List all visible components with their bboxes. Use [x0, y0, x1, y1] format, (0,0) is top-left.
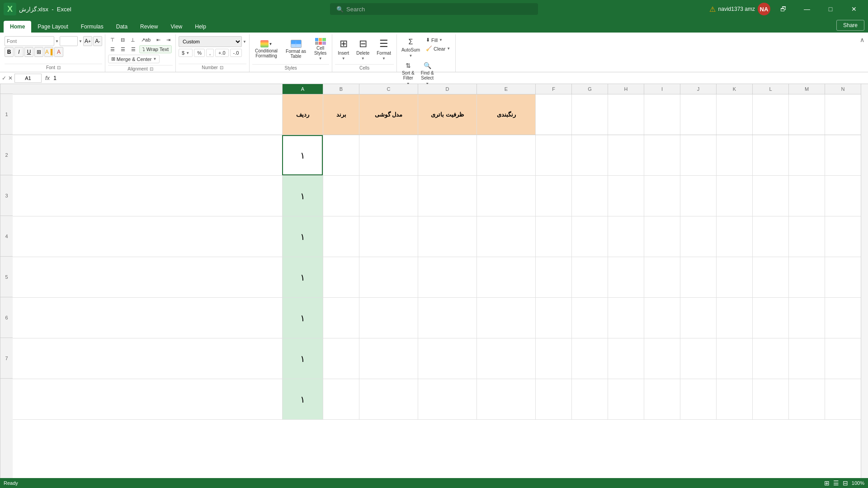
cell-B-1[interactable]: [323, 135, 359, 175]
cell-M-4[interactable]: [788, 257, 825, 297]
cell-G-6[interactable]: [571, 338, 608, 379]
normal-view-button[interactable]: ☰: [833, 479, 839, 487]
number-format-dropdown-icon[interactable]: ▼: [243, 40, 246, 44]
cell-M-7[interactable]: [788, 379, 825, 419]
cell-E-header[interactable]: رنگبندی: [476, 94, 535, 135]
cell-A-6[interactable]: ۱: [282, 338, 323, 379]
col-header-J[interactable]: J: [680, 84, 716, 94]
cell-B-5[interactable]: [323, 298, 359, 338]
check-icon[interactable]: ✓: [2, 75, 6, 81]
find-select-button[interactable]: 🔍 Find & Select ▼: [419, 61, 436, 87]
cell-G-4[interactable]: [571, 257, 608, 297]
share-button[interactable]: Share: [836, 20, 864, 31]
cell-E-6[interactable]: [476, 338, 535, 379]
cell-N-1[interactable]: [825, 135, 861, 175]
cell-K-7[interactable]: [716, 379, 752, 419]
delete-dropdown-icon[interactable]: ▼: [361, 56, 365, 61]
cell-J-2[interactable]: [680, 176, 716, 216]
tab-help[interactable]: Help: [189, 21, 212, 33]
cell-E-2[interactable]: [476, 176, 535, 216]
cell-I-7[interactable]: [644, 379, 680, 419]
col-header-A[interactable]: A: [282, 84, 323, 94]
cell-H-4[interactable]: [608, 257, 644, 297]
cell-L-1[interactable]: [752, 135, 788, 175]
cell-C-6[interactable]: [359, 338, 418, 379]
cell-E-7[interactable]: [476, 379, 535, 419]
align-center-button[interactable]: ☰: [118, 46, 127, 53]
cell-I-3[interactable]: [644, 216, 680, 257]
cell-F-7[interactable]: [535, 379, 571, 419]
cell-B-3[interactable]: [323, 216, 359, 257]
cell-K-1[interactable]: [716, 135, 752, 175]
increase-decimal-button[interactable]: +.0: [215, 49, 229, 57]
font-name-input[interactable]: [5, 36, 54, 46]
bold-button[interactable]: B: [5, 47, 14, 57]
fill-color-button[interactable]: A▐: [44, 47, 53, 57]
cell-K-3[interactable]: [716, 216, 752, 257]
cell-A-2[interactable]: ۱: [282, 176, 323, 216]
maximize-button[interactable]: □: [820, 0, 841, 18]
decrease-font-button[interactable]: A-: [93, 36, 102, 46]
ribbon-collapse-icon[interactable]: ∧: [860, 36, 864, 43]
cell-H-7[interactable]: [608, 379, 644, 419]
orientation-button[interactable]: ↗ab: [139, 36, 153, 44]
font-color-button[interactable]: A: [54, 47, 63, 57]
cell-N-7[interactable]: [825, 379, 861, 419]
minimize-button[interactable]: —: [797, 0, 817, 18]
page-layout-view-button[interactable]: ⊞: [824, 479, 830, 487]
format-dropdown-icon[interactable]: ▼: [382, 56, 386, 61]
cell-A-3[interactable]: ۱: [282, 216, 323, 257]
format-as-table-button[interactable]: Format as Table: [283, 36, 309, 62]
cell-K-6[interactable]: [716, 338, 752, 379]
autosum-dropdown-icon[interactable]: ▼: [409, 54, 413, 58]
insert-dropdown-icon[interactable]: ▼: [342, 56, 345, 61]
alignment-expand-icon[interactable]: ⊡: [150, 66, 153, 71]
cell-L-4[interactable]: [752, 257, 788, 297]
cell-I-1[interactable]: [644, 135, 680, 175]
cell-E-4[interactable]: [476, 257, 535, 297]
insert-button[interactable]: ⊞ Insert ▼: [335, 36, 352, 62]
cell-D-7[interactable]: [418, 379, 476, 419]
cell-M-3[interactable]: [788, 216, 825, 257]
format-button[interactable]: ☰ Format ▼: [374, 36, 394, 62]
align-right-button[interactable]: ☰: [129, 46, 138, 53]
col-header-M[interactable]: M: [788, 84, 825, 94]
sort-filter-button[interactable]: ⇅ Sort & Filter ▼: [400, 61, 417, 87]
cell-I-header[interactable]: [644, 94, 680, 135]
cell-J-4[interactable]: [680, 257, 716, 297]
cell-N-5[interactable]: [825, 298, 861, 338]
clear-button[interactable]: 🧹 Clear ▼: [424, 45, 453, 52]
cell-H-1[interactable]: [608, 135, 644, 175]
cell-D-2[interactable]: [418, 176, 476, 216]
decrease-decimal-button[interactable]: -.0: [230, 49, 242, 57]
col-header-E[interactable]: E: [476, 84, 535, 94]
conditional-formatting-button[interactable]: ▼ Conditional Formatting: [252, 36, 280, 62]
delete-button[interactable]: ⊟ Delete ▼: [354, 36, 372, 62]
cell-L-5[interactable]: [752, 298, 788, 338]
col-header-L[interactable]: L: [752, 84, 788, 94]
cell-E-3[interactable]: [476, 216, 535, 257]
currency-button[interactable]: $ ▼: [179, 49, 193, 57]
number-format-select[interactable]: Custom: [179, 36, 242, 47]
merge-center-button[interactable]: ⊞ Merge & Center ▼: [108, 55, 160, 63]
cell-C-2[interactable]: [359, 176, 418, 216]
cell-A-4[interactable]: ۱: [282, 257, 323, 297]
cell-B-2[interactable]: [323, 176, 359, 216]
cell-K-4[interactable]: [716, 257, 752, 297]
cell-I-4[interactable]: [644, 257, 680, 297]
tab-data[interactable]: Data: [110, 21, 134, 33]
col-header-I[interactable]: I: [644, 84, 680, 94]
cell-H-6[interactable]: [608, 338, 644, 379]
col-header-G[interactable]: G: [571, 84, 608, 94]
cell-M-2[interactable]: [788, 176, 825, 216]
cell-C-header[interactable]: مدل گوشی: [359, 94, 418, 135]
align-left-button[interactable]: ☰: [108, 46, 117, 53]
cell-F-header[interactable]: [535, 94, 571, 135]
autosum-button[interactable]: Σ AutoSum ▼: [400, 36, 422, 60]
col-header-N[interactable]: N: [825, 84, 861, 94]
cell-C-4[interactable]: [359, 257, 418, 297]
cell-K-2[interactable]: [716, 176, 752, 216]
tab-home[interactable]: Home: [4, 21, 31, 33]
cell-C-7[interactable]: [359, 379, 418, 419]
cell-G-3[interactable]: [571, 216, 608, 257]
